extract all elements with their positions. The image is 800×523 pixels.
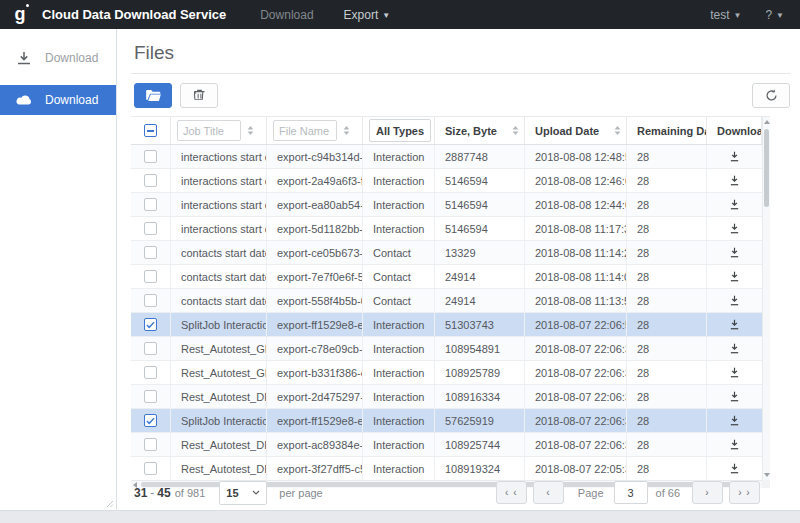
cell-size: 108919324 — [435, 457, 525, 480]
table-row[interactable]: interactions start da...export-ea80ab54-… — [131, 193, 762, 217]
range-start: 31 — [134, 486, 147, 500]
table-row[interactable]: Rest_Autotest_DEL...export-3f27dff5-c51.… — [131, 457, 762, 481]
cell-size: 108954891 — [435, 337, 525, 360]
first-page-button[interactable]: ‹ ‹ — [496, 481, 527, 504]
refresh-button[interactable] — [752, 83, 790, 108]
select-all-checkbox[interactable] — [144, 124, 157, 137]
row-checkbox[interactable] — [144, 318, 157, 331]
table-row[interactable]: SplitJob Interaction ...export-ff1529e8-… — [131, 313, 762, 337]
folder-open-icon — [146, 90, 161, 101]
download-icon — [729, 223, 740, 234]
row-checkbox[interactable] — [144, 150, 157, 163]
top-nav: Download Export▼ — [260, 8, 390, 22]
cell-remaining-days: 28 — [627, 193, 707, 216]
download-icon — [729, 295, 740, 306]
sort-file-name-icon[interactable] — [343, 126, 350, 135]
file-name-filter-input[interactable] — [273, 120, 337, 141]
table-row[interactable]: contacts start date ...export-ce05b673-c… — [131, 241, 762, 265]
row-checkbox-cell — [131, 241, 171, 264]
row-checkbox[interactable] — [144, 198, 157, 211]
table-row[interactable]: contacts start dateexport-558f4b5b-040..… — [131, 289, 762, 313]
sort-upload-date-icon[interactable] — [614, 126, 621, 135]
vertical-scrollbar-thumb[interactable] — [764, 129, 769, 207]
table-row[interactable]: Rest_Autotest_DEL...export-2d475297-9ff.… — [131, 385, 762, 409]
scroll-up-arrow-icon[interactable] — [764, 120, 770, 124]
download-file-button[interactable] — [707, 145, 762, 168]
row-checkbox[interactable] — [144, 342, 157, 355]
prev-page-button[interactable]: ‹ — [533, 481, 564, 504]
row-checkbox[interactable] — [144, 222, 157, 235]
cell-file-name: export-2d475297-9ff... — [267, 385, 363, 408]
row-checkbox[interactable] — [144, 246, 157, 259]
download-file-button[interactable] — [707, 433, 762, 456]
table-row[interactable]: contacts start date ...export-7e7f0e6f-5… — [131, 265, 762, 289]
row-checkbox[interactable] — [144, 270, 157, 283]
nav-export[interactable]: Export▼ — [344, 8, 391, 22]
cell-remaining-days: 28 — [627, 217, 707, 240]
cell-size: 57625919 — [435, 409, 525, 432]
job-title-filter-input[interactable] — [177, 120, 241, 141]
row-checkbox[interactable] — [144, 414, 157, 427]
nav-download[interactable]: Download — [260, 8, 313, 22]
table-row[interactable]: Rest_Autotest_GET...export-c78e09cb-57..… — [131, 337, 762, 361]
table-row[interactable]: interactions start da...export-2a49a6f3-… — [131, 169, 762, 193]
indeterminate-mark — [147, 130, 154, 132]
cell-type: Interaction — [363, 145, 435, 168]
scroll-down-arrow-icon[interactable] — [764, 473, 770, 477]
type-filter-select[interactable]: All Types — [369, 119, 431, 142]
download-file-button[interactable] — [707, 241, 762, 264]
upload-date-header-label: Upload Date — [535, 125, 599, 137]
download-file-button[interactable] — [707, 337, 762, 360]
sidebar: Download Download — [0, 29, 117, 510]
cell-upload-date: 2018-08-07 22:06:39 — [525, 361, 627, 384]
cell-remaining-days: 28 — [627, 145, 707, 168]
row-checkbox[interactable] — [144, 366, 157, 379]
download-file-button[interactable] — [707, 217, 762, 240]
table-row[interactable]: interactions start da...export-c94b314d-… — [131, 145, 762, 169]
sort-size-icon[interactable] — [512, 126, 519, 135]
sort-job-title-icon[interactable] — [247, 126, 254, 135]
download-file-button[interactable] — [707, 169, 762, 192]
download-file-button[interactable] — [707, 457, 762, 480]
download-file-button[interactable] — [707, 361, 762, 384]
row-checkbox[interactable] — [144, 294, 157, 307]
cell-upload-date: 2018-08-08 11:17:31 — [525, 217, 627, 240]
table-row[interactable]: SplitJob Interaction ...export-ff1529e8-… — [131, 409, 762, 433]
row-checkbox[interactable] — [144, 174, 157, 187]
cell-size: 5146594 — [435, 169, 525, 192]
download-file-button[interactable] — [707, 385, 762, 408]
row-checkbox[interactable] — [144, 438, 157, 451]
download-file-button[interactable] — [707, 265, 762, 288]
page-number-input[interactable] — [614, 481, 648, 504]
delete-files-button[interactable] — [180, 83, 218, 108]
next-page-button[interactable]: › — [692, 481, 723, 504]
sidebar-item-download[interactable]: Download — [0, 43, 116, 73]
sidebar-resize-handle-icon[interactable] — [106, 500, 114, 508]
download-file-button[interactable] — [707, 289, 762, 312]
page-size-select[interactable]: 15 — [219, 481, 267, 505]
row-checkbox[interactable] — [144, 462, 157, 475]
cell-remaining-days: 28 — [627, 337, 707, 360]
cell-file-name: export-b331f386-efa... — [267, 361, 363, 384]
size-header-label: Size, Byte — [445, 125, 497, 137]
cell-file-name: export-c78e09cb-57... — [267, 337, 363, 360]
download-file-button[interactable] — [707, 409, 762, 432]
cell-size: 5146594 — [435, 193, 525, 216]
table-row[interactable]: Rest_Autotest_GET...export-b331f386-efa.… — [131, 361, 762, 385]
chevron-down-icon — [252, 490, 260, 495]
download-file-button[interactable] — [707, 313, 762, 336]
vertical-scrollbar[interactable] — [762, 117, 770, 480]
table-row[interactable]: interactions start da...export-5d1182bb-… — [131, 217, 762, 241]
result-range: 31-45of 981 — [134, 486, 205, 500]
row-checkbox[interactable] — [144, 390, 157, 403]
sidebar-item-label: Download — [45, 93, 98, 107]
user-menu-label: test — [710, 8, 729, 22]
cell-remaining-days: 28 — [627, 241, 707, 264]
download-file-button[interactable] — [707, 193, 762, 216]
last-page-button[interactable]: › › — [729, 481, 760, 504]
user-menu[interactable]: test▼ — [710, 8, 741, 22]
table-row[interactable]: Rest_Autotest_DEL...export-ac89384e-31..… — [131, 433, 762, 457]
move-to-folder-button[interactable] — [134, 83, 172, 108]
help-menu[interactable]: ?▼ — [765, 8, 784, 22]
sidebar-item-download-active[interactable]: Download — [0, 85, 116, 115]
